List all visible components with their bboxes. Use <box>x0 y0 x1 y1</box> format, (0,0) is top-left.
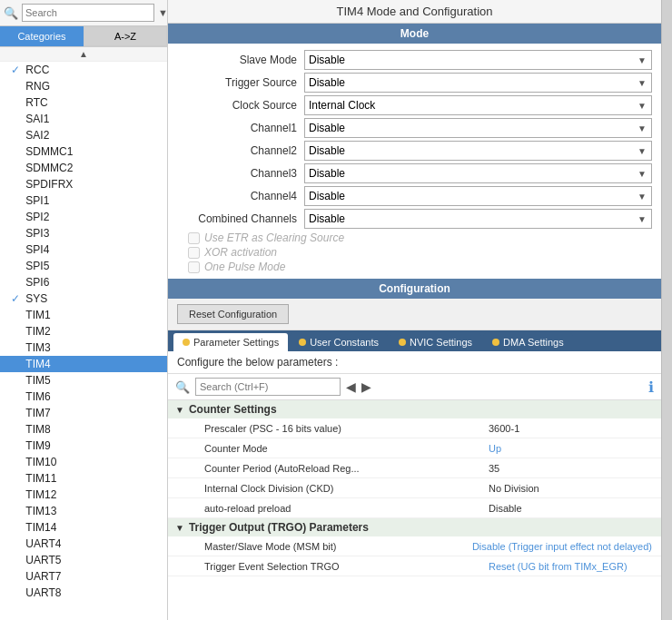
sidebar-item-rcc[interactable]: ✓ RCC <box>0 62 167 78</box>
sidebar-item-sai1[interactable]: ✓ SAI1 <box>0 111 167 127</box>
sidebar-item-sai2[interactable]: ✓ SAI2 <box>0 127 167 143</box>
sidebar-item-rng[interactable]: ✓ RNG <box>0 78 167 94</box>
dropdown-arrow-icon[interactable]: ▼ <box>158 7 168 18</box>
group-header-0[interactable]: ▼Counter Settings <box>168 400 661 418</box>
info-icon[interactable]: ℹ <box>648 379 654 396</box>
group-header-1[interactable]: ▼Trigger Output (TRGO) Parameters <box>168 518 661 536</box>
sidebar-item-label: SPI3 <box>25 227 49 240</box>
mode-label-3: Channel1 <box>177 122 304 134</box>
mode-select-6[interactable]: Disable <box>304 186 652 206</box>
search-input[interactable] <box>22 4 154 22</box>
mode-select-2[interactable]: Internal Clock <box>304 95 652 115</box>
sidebar-item-tim3[interactable]: ✓ TIM3 <box>0 340 167 356</box>
sidebar-item-label: SPI2 <box>25 211 49 223</box>
mode-select-5[interactable]: Disable <box>304 163 652 183</box>
mode-label-6: Channel4 <box>177 190 304 202</box>
sidebar-item-uart5[interactable]: ✓ UART5 <box>0 552 167 568</box>
sidebar-item-uart4[interactable]: ✓ UART4 <box>0 536 167 552</box>
sidebar-item-tim14[interactable]: ✓ TIM14 <box>0 519 167 536</box>
sidebar-item-label: SPI1 <box>25 194 49 207</box>
search-icon: 🔍 <box>4 6 18 20</box>
sidebar-item-tim6[interactable]: ✓ TIM6 <box>0 389 167 405</box>
checkbox-0[interactable] <box>188 232 200 244</box>
mode-row-0: Slave Mode Disable ▼ <box>177 50 652 70</box>
sidebar-item-uart8[interactable]: ✓ UART8 <box>0 585 167 601</box>
sidebar-item-spi1[interactable]: ✓ SPI1 <box>0 192 167 209</box>
select-wrapper-0: Disable ▼ <box>304 50 652 70</box>
checkbox-2[interactable] <box>188 261 200 273</box>
config-tab-label-0: Parameter Settings <box>193 337 279 348</box>
mode-label-5: Channel3 <box>177 167 304 180</box>
sidebar-item-tim9[interactable]: ✓ TIM9 <box>0 438 167 454</box>
sidebar-item-sdmmc2[interactable]: ✓ SDMMC2 <box>0 160 167 176</box>
tab-dot-3 <box>492 339 499 346</box>
params-search-input[interactable] <box>195 378 341 396</box>
sidebar-item-label: TIM10 <box>25 456 56 468</box>
sidebar-item-tim11[interactable]: ✓ TIM11 <box>0 470 167 487</box>
param-value-1-1: Reset (UG bit from TIMx_EGR) <box>489 561 652 572</box>
title-bar: TIM4 Mode and Configuration <box>168 0 661 24</box>
tab-categories[interactable]: Categories <box>0 26 84 46</box>
mode-select-0[interactable]: Disable <box>304 50 652 70</box>
sidebar-arrow: ▲ <box>0 47 167 62</box>
mode-select-7[interactable]: Disable <box>304 209 652 229</box>
sidebar-item-spi4[interactable]: ✓ SPI4 <box>0 241 167 258</box>
sidebar-item-tim10[interactable]: ✓ TIM10 <box>0 454 167 470</box>
param-row-1-0: Master/Slave Mode (MSM bit) Disable (Tri… <box>168 536 661 556</box>
mode-row-2: Clock Source Internal Clock ▼ <box>177 95 652 115</box>
config-tab-1[interactable]: User Constants <box>290 333 388 351</box>
tab-dot-0 <box>183 339 190 346</box>
config-tab-2[interactable]: NVIC Settings <box>390 333 481 351</box>
sidebar-item-spdifrx[interactable]: ✓ SPDIFRX <box>0 176 167 192</box>
sidebar-item-rtc[interactable]: ✓ RTC <box>0 94 167 111</box>
sidebar-item-tim13[interactable]: ✓ TIM13 <box>0 503 167 519</box>
sidebar-item-tim5[interactable]: ✓ TIM5 <box>0 372 167 389</box>
sidebar-item-tim12[interactable]: ✓ TIM12 <box>0 487 167 503</box>
config-tab-3[interactable]: DMA Settings <box>483 333 573 351</box>
sidebar-item-spi5[interactable]: ✓ SPI5 <box>0 258 167 274</box>
select-wrapper-2: Internal Clock ▼ <box>304 95 652 115</box>
mode-select-1[interactable]: Disable <box>304 73 652 93</box>
mode-label-2: Clock Source <box>177 99 304 112</box>
sidebar-item-spi3[interactable]: ✓ SPI3 <box>0 225 167 241</box>
sidebar-item-uart7[interactable]: ✓ UART7 <box>0 568 167 585</box>
group-arrow-icon-0: ▼ <box>175 405 184 415</box>
sidebar-item-label: SAI2 <box>25 129 49 142</box>
sidebar-item-tim8[interactable]: ✓ TIM8 <box>0 421 167 438</box>
tab-atoz[interactable]: A->Z <box>84 26 167 46</box>
group-label-1: Trigger Output (TRGO) Parameters <box>189 521 369 534</box>
sidebar-item-label: TIM5 <box>25 374 50 387</box>
sidebar-item-label: RCC <box>25 64 49 76</box>
sidebar-item-label: UART4 <box>25 537 61 550</box>
checkbox-row-0: Use ETR as Clearing Source <box>177 231 652 244</box>
sidebar-item-tim4[interactable]: ✓ TIM4 <box>0 356 167 372</box>
sidebar-item-label: TIM2 <box>25 325 50 338</box>
reset-configuration-button[interactable]: Reset Configuration <box>177 304 289 324</box>
next-icon[interactable]: ▶ <box>361 379 371 394</box>
sidebar-item-sys[interactable]: ✓ SYS <box>0 290 167 307</box>
prev-icon[interactable]: ◀ <box>346 379 356 394</box>
scrollbar[interactable] <box>661 0 672 620</box>
mode-section: Mode Slave Mode Disable ▼ Trigger Source… <box>168 24 661 279</box>
params-content: ▼Counter Settings Prescaler (PSC - 16 bi… <box>168 400 661 620</box>
sidebar-item-label: TIM11 <box>25 472 56 485</box>
param-name-1-1: Trigger Event Selection TRGO <box>204 561 489 572</box>
select-wrapper-7: Disable ▼ <box>304 209 652 229</box>
sidebar-item-tim7[interactable]: ✓ TIM7 <box>0 405 167 421</box>
mode-select-3[interactable]: Disable <box>304 118 652 138</box>
sidebar-item-tim1[interactable]: ✓ TIM1 <box>0 307 167 323</box>
param-row-1-1: Trigger Event Selection TRGO Reset (UG b… <box>168 556 661 576</box>
search-bar: 🔍 ▼ ⚙ <box>0 0 167 26</box>
mode-row-4: Channel2 Disable ▼ <box>177 141 652 161</box>
checkbox-1[interactable] <box>188 247 200 259</box>
sidebar-item-sdmmc1[interactable]: ✓ SDMMC1 <box>0 143 167 160</box>
mode-row-6: Channel4 Disable ▼ <box>177 186 652 206</box>
config-tab-0[interactable]: Parameter Settings <box>173 333 288 351</box>
sidebar-item-tim2[interactable]: ✓ TIM2 <box>0 323 167 340</box>
mode-select-4[interactable]: Disable <box>304 141 652 161</box>
config-section: Configuration Reset Configuration Parame… <box>168 279 661 620</box>
sidebar-item-label: UART5 <box>25 554 61 566</box>
sidebar-item-label: RTC <box>25 96 47 109</box>
sidebar-item-spi2[interactable]: ✓ SPI2 <box>0 209 167 225</box>
sidebar-item-spi6[interactable]: ✓ SPI6 <box>0 274 167 290</box>
